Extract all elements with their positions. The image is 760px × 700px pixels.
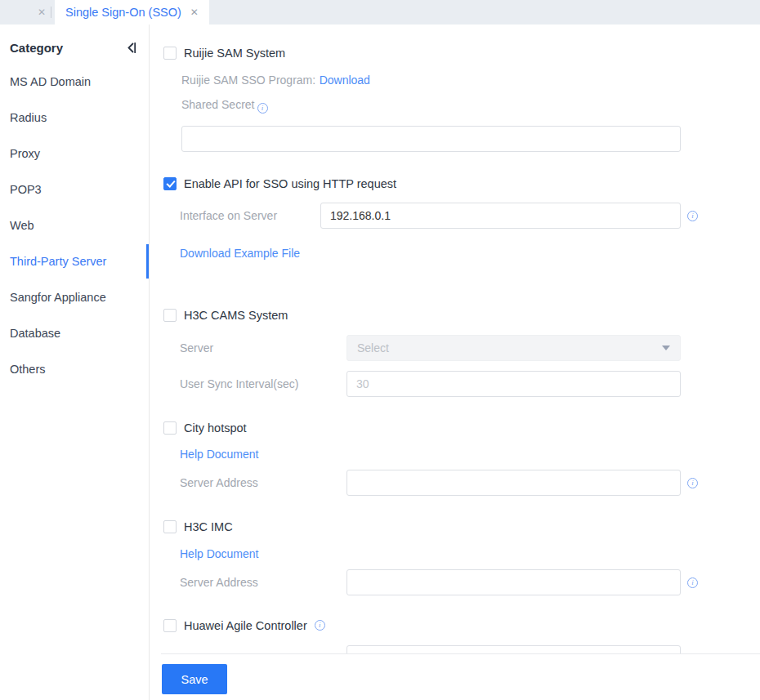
user-sync-interval-input[interactable] (346, 371, 681, 397)
sidebar-item-proxy[interactable]: Proxy (0, 136, 149, 172)
cams-server-label: Server (180, 341, 346, 354)
h3c-imc-checkbox[interactable] (163, 520, 177, 533)
imc-help-document-link[interactable]: Help Document (180, 547, 259, 560)
enable-api-label: Enable API for SSO using HTTP request (184, 177, 396, 190)
ruijie-sam-label: Ruijie SAM System (184, 47, 285, 60)
settings-form: Ruijie SAM System Ruijie SAM SSO Program… (150, 25, 760, 653)
city-server-address-label: Server Address (180, 476, 346, 489)
imc-server-info-icon[interactable]: i (687, 577, 698, 588)
huawei-agile-checkbox[interactable] (163, 619, 177, 632)
sidebar-title: Category (10, 41, 63, 55)
huawei-agile-info-icon[interactable]: i (315, 620, 325, 631)
sidebar-item-radius[interactable]: Radius (0, 100, 149, 136)
sidebar-item-ms-ad-domain[interactable]: MS AD Domain (0, 64, 149, 100)
footer-bar: Save (150, 653, 760, 700)
city-help-document-link[interactable]: Help Document (180, 448, 259, 461)
h3c-cams-label: H3C CAMS System (184, 309, 288, 322)
interface-on-server-label: Interface on Server (180, 209, 320, 222)
sam-program-label: Ruijie SAM SSO Program: (181, 74, 315, 87)
collapse-sidebar-icon[interactable] (125, 42, 137, 54)
city-server-info-icon[interactable]: i (687, 478, 698, 488)
h3c-imc-label: H3C IMC (184, 520, 233, 533)
cams-server-select[interactable]: Select (346, 335, 681, 361)
imc-server-address-label: Server Address (180, 576, 346, 589)
save-button[interactable]: Save (162, 664, 227, 694)
h3c-cams-checkbox[interactable] (163, 309, 177, 322)
interface-on-server-input[interactable] (320, 203, 681, 229)
download-example-file-link[interactable]: Download Example File (180, 247, 300, 260)
shared-secret-label: Shared Secret (181, 98, 255, 111)
tab-close-icon[interactable]: ✕ (190, 7, 199, 17)
select-caret-icon (662, 346, 670, 350)
city-hotspot-checkbox[interactable] (163, 421, 177, 435)
sidebar-item-sangfor-appliance[interactable]: Sangfor Appliance (0, 279, 149, 315)
huawei-server-address-input[interactable] (346, 645, 681, 653)
tab-label: Single Sign-On (SSO) (65, 6, 181, 19)
background-tab-close-icon[interactable]: ✕ (33, 4, 51, 20)
sidebar-item-database[interactable]: Database (0, 315, 149, 351)
sidebar-item-web[interactable]: Web (0, 207, 149, 243)
shared-secret-input[interactable] (181, 126, 681, 152)
shared-secret-info-icon[interactable]: i (257, 103, 268, 114)
sam-download-link[interactable]: Download (320, 74, 370, 87)
tab-bar: ✕ Single Sign-On (SSO) ✕ (0, 0, 760, 25)
user-sync-interval-label: User Sync Interval(sec) (180, 377, 346, 390)
ruijie-sam-checkbox[interactable] (163, 47, 177, 60)
sidebar-item-third-party-server[interactable]: Third-Party Server (0, 243, 149, 279)
sidebar-item-others[interactable]: Others (0, 351, 149, 387)
enable-api-checkbox[interactable] (163, 177, 177, 190)
tab-single-sign-on[interactable]: Single Sign-On (SSO) ✕ (55, 0, 209, 25)
background-tab: ✕ (0, 0, 51, 25)
city-hotspot-label: City hotspot (184, 421, 247, 435)
category-sidebar: Category MS AD Domain Radius Proxy POP3 … (0, 25, 150, 700)
huawei-agile-label: Huawei Agile Controller (184, 619, 307, 632)
interface-info-icon[interactable]: i (687, 211, 698, 221)
imc-server-address-input[interactable] (346, 569, 681, 595)
city-server-address-input[interactable] (346, 470, 681, 496)
footer-divider (161, 653, 760, 654)
sidebar-item-pop3[interactable]: POP3 (0, 172, 149, 207)
tab-separator (51, 7, 51, 18)
